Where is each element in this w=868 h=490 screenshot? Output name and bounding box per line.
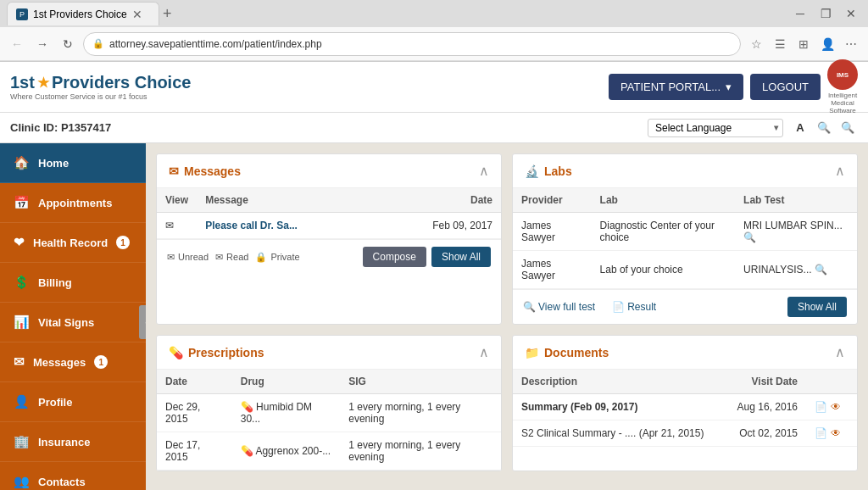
read-label: ✉ Read [215, 252, 248, 263]
sidebar-item-messages[interactable]: ✉ Messages 1 [0, 342, 146, 382]
sidebar-item-home-label: Home [38, 157, 69, 170]
messages-show-all-button[interactable]: Show All [431, 247, 491, 267]
search-icon[interactable]: 🔍 [814, 118, 834, 138]
language-select[interactable]: Select Language English Spanish French [648, 119, 783, 137]
lab-search-icon-2[interactable]: 🔍 [815, 264, 827, 276]
accessibility-icon[interactable]: A [790, 118, 810, 138]
logo-tagline: Where Customer Service is our #1 focus [10, 92, 191, 101]
documents-collapse-button[interactable]: ∧ [835, 344, 845, 360]
patient-portal-button[interactable]: PATIENT PORTAL... ▾ [609, 74, 743, 100]
browser-chrome: P 1st Providers Choice ✕ + ─ ❐ ✕ ← → ↻ 🔒… [0, 0, 868, 62]
sidebar-collapse-button[interactable]: ‹ [139, 305, 146, 339]
prescriptions-card-body: Date Drug SIG Dec 29, 2015 💊 Humibid DM … [157, 370, 501, 471]
main-layout: 🏠 Home 📅 Appointments ❤ Health Record 1 … [0, 143, 868, 490]
labs-col-provider: Provider [513, 188, 592, 213]
messages-show-all-label: Show All [442, 251, 481, 263]
private-label: 🔒 Private [255, 252, 299, 263]
message-link[interactable]: Please call Dr. Sa... [205, 220, 298, 231]
prescriptions-collapse-button[interactable]: ∧ [479, 344, 489, 360]
restore-button[interactable]: ❐ [815, 3, 836, 24]
doc-view-icon-1[interactable]: 👁 [831, 401, 841, 413]
read-envelope-icon: ✉ [215, 252, 223, 263]
sidebar-item-billing[interactable]: 💲 Billing [0, 263, 146, 303]
heart-icon: ❤ [14, 235, 25, 250]
sidebar-item-health-record[interactable]: ❤ Health Record 1 [0, 223, 146, 263]
compose-button[interactable]: Compose [363, 247, 426, 267]
settings-button[interactable]: ☰ [770, 34, 790, 54]
result-link[interactable]: 📄 Result [612, 301, 656, 313]
tab-favicon: P [16, 8, 28, 20]
sidebar-item-health-record-label: Health Record [33, 237, 108, 249]
doc-view-icon-2[interactable]: 👁 [831, 427, 841, 439]
documents-table: Description Visit Date Summary (Feb 09, … [513, 370, 857, 447]
messages-title-text: Messages [184, 164, 241, 178]
close-button[interactable]: ✕ [841, 3, 861, 24]
lab-lab-1: Diagnostic Center of your choice [592, 213, 736, 251]
view-full-test-link[interactable]: 🔍 View full test [523, 301, 595, 313]
extensions-button[interactable]: ⊞ [793, 34, 814, 54]
search-icon-labs: 🔍 [523, 301, 536, 313]
labs-title-text: Labs [544, 164, 572, 178]
health-record-badge: 1 [116, 236, 130, 249]
search-icon-2[interactable]: 🔍 [837, 118, 858, 138]
tab-title: 1st Providers Choice [33, 8, 127, 20]
labs-show-all-label: Show All [798, 301, 837, 313]
forward-button[interactable]: → [32, 34, 53, 54]
doc-action-icons-1: 📄 👁 [815, 401, 849, 413]
lock-icon: 🔒 [92, 38, 104, 49]
sidebar-item-profile[interactable]: 👤 Profile [0, 382, 146, 422]
logo-suffix: Providers Choice [52, 73, 192, 92]
messages-collapse-button[interactable]: ∧ [479, 163, 489, 179]
minimize-button[interactable]: ─ [790, 3, 810, 24]
sidebar-item-vital-signs[interactable]: 📊 Vital Signs ‹ [0, 303, 146, 342]
url-text: attorney.savepatienttime.com/patient/ind… [109, 38, 322, 50]
tab-close-button[interactable]: ✕ [132, 8, 142, 21]
browser-tab[interactable]: P 1st Providers Choice ✕ [7, 2, 159, 25]
more-button[interactable]: ⋯ [841, 34, 861, 54]
doc-visit-date-1: Aug 16, 2016 [724, 394, 806, 420]
presc-col-date: Date [157, 370, 232, 394]
prescriptions-title-text: Prescriptions [188, 346, 264, 359]
lock-icon-footer: 🔒 [255, 252, 267, 263]
labs-show-all-button[interactable]: Show All [787, 297, 847, 317]
doc-file-icon-1[interactable]: 📄 [815, 401, 827, 413]
lab-test-1: MRI LUMBAR SPIN... 🔍 [735, 213, 857, 251]
new-tab-button[interactable]: + [163, 6, 172, 21]
messages-card-footer: ✉ Unread ✉ Read 🔒 Private Compose Show [157, 239, 501, 274]
envelope-icon: ✉ [14, 354, 25, 370]
language-selector-wrapper: Select Language English Spanish French ▾ [648, 119, 783, 137]
header-right: PATIENT PORTAL... ▾ LOGOUT IMS Intellige… [609, 59, 858, 114]
messages-col-message: Message [197, 188, 376, 213]
clinic-bar: Clinic ID: P1357417 Select Language Engl… [0, 113, 868, 143]
sidebar-item-profile-label: Profile [38, 396, 72, 409]
doc-file-icon-2[interactable]: 📄 [815, 427, 827, 439]
sidebar-item-insurance[interactable]: 🏢 Insurance [0, 422, 146, 462]
messages-footer-actions: Compose Show All [363, 247, 491, 267]
labs-footer-actions: Show All [787, 297, 847, 317]
messages-card-header: ✉ Messages ∧ [157, 154, 501, 188]
sidebar-item-insurance-label: Insurance [38, 436, 90, 448]
messages-col-date: Date [376, 188, 501, 213]
refresh-button[interactable]: ↻ [58, 34, 78, 54]
bookmark-button[interactable]: ☆ [746, 34, 766, 54]
labs-card-footer: 🔍 View full test 📄 Result Show All [513, 289, 857, 324]
person-icon: 👤 [14, 394, 30, 409]
messages-message-text[interactable]: Please call Dr. Sa... [197, 213, 376, 239]
logout-button[interactable]: LOGOUT [750, 74, 821, 100]
sidebar-item-contacts[interactable]: 👥 Contacts [0, 462, 146, 490]
labs-collapse-button[interactable]: ∧ [835, 163, 845, 179]
back-button[interactable]: ← [7, 34, 27, 54]
presc-drug-icon-1: 💊 [241, 401, 253, 413]
content-area: ✉ Messages ∧ View Message Date [146, 143, 868, 490]
labs-row-1: James Sawyer Diagnostic Center of your c… [513, 213, 857, 251]
prescriptions-table: Date Drug SIG Dec 29, 2015 💊 Humibid DM … [157, 370, 501, 471]
ims-label2: Medical [831, 99, 854, 107]
lab-search-icon-1[interactable]: 🔍 [743, 231, 756, 243]
sidebar-item-home[interactable]: 🏠 Home [0, 143, 146, 183]
doc-actions-2: 📄 👁 [806, 420, 857, 447]
documents-card-title: 📁 Documents [525, 346, 609, 359]
sidebar-item-appointments[interactable]: 📅 Appointments [0, 183, 146, 223]
address-bar[interactable]: 🔒 attorney.savepatienttime.com/patient/i… [83, 32, 741, 56]
profile-button[interactable]: 👤 [817, 34, 837, 54]
app-header: 1st ★ Providers Choice Where Customer Se… [0, 62, 868, 113]
